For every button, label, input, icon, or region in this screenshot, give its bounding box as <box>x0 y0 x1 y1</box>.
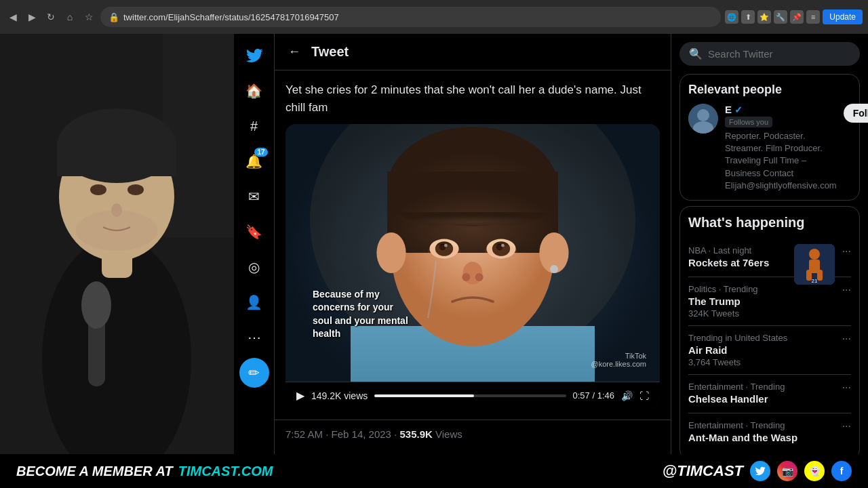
svg-point-44 <box>809 249 820 260</box>
svg-point-36 <box>475 273 484 281</box>
trend-more-antman[interactable]: ··· <box>842 420 851 432</box>
trend-category-trump: Politics · Trending <box>688 284 851 294</box>
bookmark-button[interactable]: ☆ <box>81 9 96 24</box>
twitter-social-icon[interactable] <box>750 461 770 481</box>
nav-back-button[interactable]: ◀ <box>5 9 20 24</box>
trend-category-chelsea: Entertainment · Trending <box>688 382 851 392</box>
trend-item-antman[interactable]: Entertainment · Trending Ant-Man and the… <box>688 413 851 451</box>
trend-more-chelsea[interactable]: ··· <box>842 382 851 394</box>
video-content <box>285 124 660 382</box>
person-card: E ✓ Follows you Reporter. Podcaster. Str… <box>688 104 851 192</box>
hashtag-icon: # <box>250 119 258 134</box>
ext-icon-4: 🔧 <box>774 10 787 24</box>
sidebar-icon-messages[interactable]: ✉ <box>239 182 269 211</box>
sidebar-icon-notifications[interactable]: 🔔 17 <box>239 146 269 176</box>
webcam-background <box>0 34 234 454</box>
sidebar-icon-home[interactable]: 🏠 <box>239 76 269 106</box>
bookmark-icon: 🔖 <box>245 224 262 240</box>
become-member-text: BECOME A MEMBER AT TIMCAST.COM <box>16 464 273 479</box>
browser-actions: 🌐 ⬆ ⭐ 🔧 📌 ≡ Update <box>725 9 863 24</box>
verified-badge: ✓ <box>734 104 743 115</box>
fullscreen-button[interactable]: ⛶ <box>639 390 649 401</box>
sidebar-icon-twitter[interactable] <box>239 41 269 70</box>
webcam-silhouette <box>0 34 234 454</box>
relevant-people-section: Relevant people E ✓ Follows you Reporte <box>679 74 860 201</box>
refresh-button[interactable]: ↻ <box>43 9 58 24</box>
person-info: E ✓ Follows you Reporter. Podcaster. Str… <box>725 104 837 192</box>
nav-forward-button[interactable]: ▶ <box>24 9 39 24</box>
tweet-timestamp: 7:52 AM · Feb 14, 2023 <box>285 428 391 440</box>
follows-you-badge: Follows you <box>725 117 772 127</box>
svg-point-37 <box>376 232 406 273</box>
svg-point-12 <box>76 210 157 251</box>
sidebar-icon-communities[interactable]: ◎ <box>239 252 269 282</box>
search-bar: 🔍 <box>679 42 860 66</box>
following-button[interactable]: Following <box>844 104 868 123</box>
update-button[interactable]: Update <box>823 9 863 24</box>
tweet-main-content: ← Tweet Yet she cries for 2 minutes that… <box>275 34 671 488</box>
social-links: @TIMCAST 📷 👻 f <box>663 461 852 481</box>
sidebar-icon-more[interactable]: ⋯ <box>239 323 269 352</box>
trend-name-airraid: Air Raid <box>688 344 851 356</box>
instagram-social-icon[interactable]: 📷 <box>777 461 797 481</box>
lock-icon: 🔒 <box>108 12 119 22</box>
video-subtitle: Because of my concerns for your soul and… <box>313 288 408 341</box>
mail-icon: ✉ <box>248 188 260 205</box>
sidebar-icon-profile[interactable]: 👤 <box>239 287 269 317</box>
svg-point-35 <box>462 273 470 281</box>
sidebar-icon-tweet[interactable]: ✏ <box>239 358 269 388</box>
person-avatar <box>688 104 718 134</box>
address-bar[interactable]: 🔒 twitter.com/ElijahSchaffer/status/1625… <box>100 7 721 27</box>
svg-point-41 <box>697 109 709 121</box>
tiktok-label: TikTok <box>591 352 646 360</box>
whats-happening-section: What's happening NBA · Last night Rocket… <box>679 206 860 460</box>
trend-name-trump: The Trump <box>688 296 851 307</box>
trend-name-antman: Ant-Man and the Wasp <box>688 432 851 443</box>
sidebar-icon-bookmarks[interactable]: 🔖 <box>239 217 269 247</box>
trend-more-nba[interactable]: ··· <box>842 245 851 258</box>
view-count: 149.2K views <box>311 390 368 401</box>
video-controls: ▶ 149.2K views 0:57 / 1:46 🔊 ⛶ <box>285 382 660 409</box>
twitter-sidebar: 🏠 # 🔔 17 ✉ 🔖 ◎ 👤 ⋯ ✏ <box>234 34 275 488</box>
svg-point-8 <box>127 184 144 195</box>
svg-point-7 <box>90 184 106 195</box>
snapchat-social-icon[interactable]: 👻 <box>804 461 825 481</box>
url-text: twitter.com/ElijahSchaffer/status/162547… <box>123 12 339 22</box>
tiktok-handle: @kore.likes.com <box>591 360 646 368</box>
trend-name-chelsea: Chelsea Handler <box>688 393 851 405</box>
facebook-social-icon[interactable]: f <box>831 461 852 481</box>
volume-button[interactable]: 🔊 <box>621 390 633 401</box>
play-button[interactable]: ▶ <box>296 389 304 402</box>
home-button[interactable]: ⌂ <box>62 9 77 24</box>
svg-point-39 <box>550 265 558 273</box>
trend-category-antman: Entertainment · Trending <box>688 420 851 430</box>
person-bio: Reporter. Podcaster. Streamer. Film Prod… <box>725 130 837 192</box>
sidebar-icon-explore[interactable]: # <box>239 111 269 141</box>
search-input[interactable] <box>708 48 850 60</box>
timcast-handle: @TIMCAST <box>663 462 743 480</box>
back-button[interactable]: ← <box>285 42 303 62</box>
trend-count-airraid: 3,764 Tweets <box>688 357 851 367</box>
ext-icon-1: 🌐 <box>725 10 738 24</box>
trend-name-nba: Rockets at 76ers <box>688 257 790 268</box>
trend-category-airraid: Trending in United States <box>688 333 851 343</box>
tiktok-watermark: TikTok @kore.likes.com <box>591 352 646 368</box>
trend-category-nba: NBA · Last night <box>688 245 790 256</box>
svg-point-32 <box>428 245 460 258</box>
trend-more-trump[interactable]: ··· <box>842 284 851 296</box>
more-icon: ⋯ <box>248 329 261 346</box>
ext-icon-6: ≡ <box>806 10 820 24</box>
progress-bar-container[interactable] <box>374 394 566 397</box>
trend-item-nba[interactable]: NBA · Last night Rockets at 76ers 21 ··· <box>688 239 851 277</box>
trend-item-airraid[interactable]: Trending in United States Air Raid 3,764… <box>688 326 851 375</box>
bottom-bar: BECOME A MEMBER AT TIMCAST.COM @TIMCAST … <box>0 454 868 488</box>
tweet-icon: ✏ <box>248 365 260 381</box>
relevant-people-title: Relevant people <box>688 83 851 97</box>
tweet-header: ← Tweet <box>275 34 671 70</box>
trend-item-chelsea[interactable]: Entertainment · Trending Chelsea Handler… <box>688 375 851 413</box>
trend-item-trump[interactable]: Politics · Trending The Trump 324K Tweet… <box>688 277 851 326</box>
tweet-body: Yet she cries for 2 minutes that she won… <box>275 70 671 420</box>
trend-count-trump: 324K Tweets <box>688 308 851 319</box>
search-icon: 🔍 <box>689 47 703 60</box>
trend-more-airraid[interactable]: ··· <box>842 333 851 345</box>
